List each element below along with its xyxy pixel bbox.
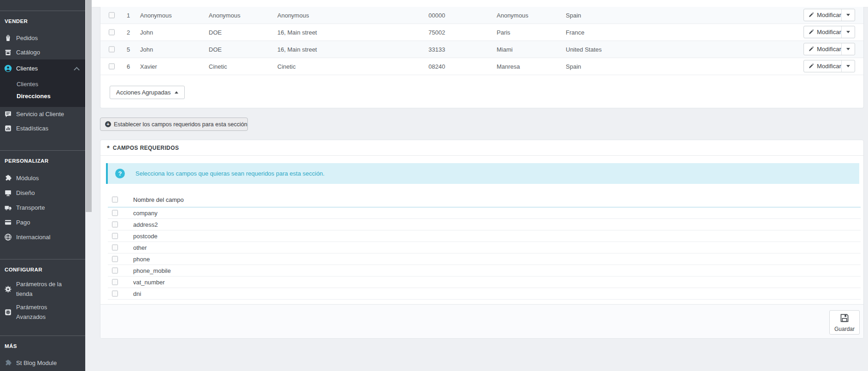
field-name: phone (133, 256, 150, 263)
modify-button[interactable]: Modificar (803, 60, 855, 72)
sidebar-item-servicio-al-cliente[interactable]: Servicio al Cliente (0, 107, 85, 121)
customer-service-icon (4, 110, 12, 118)
save-button-label: Guardar (834, 326, 855, 332)
sidebar-item-parametros-avanzados[interactable]: Parámetros Avanzados (0, 302, 85, 322)
cell-country: United States (566, 46, 602, 53)
sidebar-divider (0, 11, 85, 11)
question-circle-icon: ? (115, 169, 125, 178)
pencil-icon (808, 46, 814, 52)
module-icon (4, 359, 12, 367)
caret-up-icon (175, 91, 178, 94)
caret-down-icon (846, 14, 850, 16)
field-checkbox[interactable] (112, 210, 118, 216)
field-checkbox[interactable] (112, 268, 118, 274)
sidebar-item-label: Servicio al Cliente (16, 109, 76, 119)
design-icon (4, 189, 12, 197)
field-checkbox[interactable] (112, 256, 118, 262)
field-checkbox[interactable] (112, 222, 118, 228)
row-checkbox[interactable] (109, 47, 115, 53)
field-row: phone (108, 253, 861, 265)
sidebar-item-label: Pago (16, 218, 76, 227)
sidebar-section-personalizar: PERSONALIZARMódulosDiseñoTransportePagoI… (0, 150, 85, 244)
modify-button-label: Modificar (817, 12, 841, 18)
sidebar-scrollbar-thumb[interactable] (86, 0, 92, 212)
cell-firstname: Xavier (140, 63, 157, 70)
sidebar-item-label: Internacional (16, 232, 76, 242)
sidebar-item-label: St Blog Module (16, 358, 76, 368)
cell-city: Miami (497, 46, 513, 53)
info-alert-text: Selecciona los campos que quieras sean r… (135, 163, 324, 184)
sidebar-item-label: Diseño (16, 188, 76, 198)
sidebar-divider (0, 259, 85, 259)
sidebar-subitem-clientes[interactable]: Clientes (0, 78, 85, 90)
info-alert: ? Selecciona los campos que quieras sean… (106, 163, 859, 184)
sidebar-item-diseno[interactable]: Diseño (0, 185, 85, 200)
sidebar-item-st-blog-module[interactable]: St Blog Module (0, 356, 85, 370)
modify-button-label: Modificar (817, 63, 841, 70)
field-checkbox[interactable] (112, 233, 118, 239)
sidebar-item-transporte[interactable]: Transporte (0, 200, 85, 215)
sidebar-item-label: Pedidos (16, 33, 76, 43)
set-required-fields-button[interactable]: + Establecer los campos requeridos para … (100, 118, 248, 131)
cell-city: Paris (497, 29, 510, 36)
field-checkbox[interactable] (112, 279, 118, 285)
sidebar-section-vender: VENDERPedidosCatálogoClientesClientesDir… (0, 11, 85, 135)
cell-lastname: DOE (209, 46, 222, 53)
cell-id: 2 (127, 29, 130, 36)
bulk-actions-button[interactable]: Acciones Agrupadas (110, 86, 185, 99)
stats-icon (4, 124, 12, 132)
fields-table-header: Nombre del campo (108, 192, 861, 207)
sidebar-divider (0, 336, 85, 336)
sidebar-divider (0, 150, 85, 151)
sidebar-item-label: Transporte (16, 203, 76, 212)
row-checkbox[interactable] (109, 12, 115, 18)
modify-dropdown-toggle[interactable] (841, 60, 855, 72)
field-checkbox[interactable] (112, 245, 118, 251)
address-row: 1 Anonymous Anonymous Anonymous 00000 An… (100, 7, 863, 24)
cell-id: 1 (127, 12, 130, 19)
cell-id: 5 (127, 46, 130, 53)
save-button[interactable]: Guardar (829, 310, 860, 335)
shipping-icon (4, 204, 12, 212)
field-row: vat_number (108, 277, 861, 288)
field-name: phone_mobile (133, 267, 171, 274)
cell-firstname: John (140, 29, 153, 36)
field-name: vat_number (133, 279, 165, 286)
field-checkbox[interactable] (112, 291, 118, 297)
cell-address: 16, Main street (277, 46, 317, 53)
row-checkbox[interactable] (109, 29, 115, 35)
sidebar-item-estadisticas[interactable]: Estadísticas (0, 121, 85, 135)
sidebar-item-catalogo[interactable]: Catálogo (0, 45, 85, 59)
select-all-checkbox[interactable] (112, 196, 118, 202)
modify-button[interactable]: Modificar (803, 43, 855, 55)
panel-header: * CAMPOS REQUERIDOS (100, 140, 863, 156)
sidebar-item-label: Clientes (16, 64, 76, 73)
panel-footer: Guardar (100, 304, 863, 338)
sidebar-item-parametros-de-la-tienda[interactable]: Parámetros de la tienda (0, 279, 85, 299)
modify-dropdown-toggle[interactable] (841, 9, 855, 21)
addresses-rows: 1 Anonymous Anonymous Anonymous 00000 An… (100, 7, 863, 75)
caret-down-icon (846, 48, 850, 50)
sidebar-item-label: Parámetros de la tienda (16, 279, 76, 299)
orders-icon (4, 34, 12, 42)
modify-dropdown-toggle[interactable] (841, 26, 855, 38)
sidebar: VENDERPedidosCatálogoClientesClientesDir… (0, 0, 85, 371)
sidebar-item-pedidos[interactable]: Pedidos (0, 31, 85, 45)
modify-button[interactable]: Modificar (803, 9, 855, 21)
cell-firstname: John (140, 46, 153, 53)
cell-id: 6 (127, 63, 130, 70)
pencil-icon (808, 63, 814, 69)
row-checkbox[interactable] (109, 64, 115, 70)
fields-column-header: Nombre del campo (133, 196, 184, 203)
sidebar-subitem-direcciones[interactable]: Direcciones (0, 90, 85, 102)
sidebar-item-pago[interactable]: Pago (0, 215, 85, 230)
sidebar-section-configurar: CONFIGURARParámetros de la tiendaParámet… (0, 259, 85, 322)
address-row: 2 John DOE 16, Main street 75002 Paris F… (100, 24, 863, 41)
modify-dropdown-toggle[interactable] (841, 43, 855, 55)
sidebar-item-clientes[interactable]: Clientes (0, 61, 85, 76)
sidebar-item-modulos[interactable]: Módulos (0, 171, 85, 185)
sidebar-item-internacional[interactable]: Internacional (0, 230, 85, 244)
modify-button[interactable]: Modificar (803, 26, 855, 38)
address-row: 5 John DOE 16, Main street 33133 Miami U… (100, 41, 863, 58)
addresses-table-card: 1 Anonymous Anonymous Anonymous 00000 An… (100, 7, 864, 108)
